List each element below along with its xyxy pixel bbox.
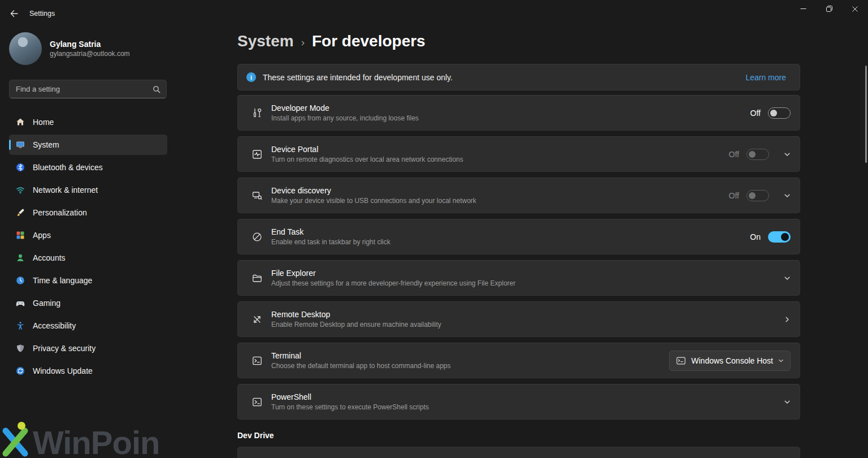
search-icon [153,85,160,93]
sidebar-item-personalization[interactable]: Personalization [9,202,167,223]
device-discovery-toggle[interactable] [747,190,769,201]
sidebar-item-gaming[interactable]: Gaming [9,293,167,313]
section-dev-drive: Dev Drive [237,431,274,440]
card-subtitle: Make your device visible to USB connecti… [271,197,476,205]
user-email: gylangsatria@outlook.com [50,50,130,58]
card-file-explorer[interactable]: File Explorer Adjust these settings for … [237,260,800,296]
card-subtitle: Enable Remote Desktop and ensure machine… [271,321,441,329]
accounts-icon [16,253,25,262]
sidebar-item-privacy-security[interactable]: Privacy & security [9,338,167,358]
card-title: File Explorer [271,269,515,278]
sidebar-item-label: Home [33,118,54,127]
card-text: PowerShell Turn on these settings to exe… [271,392,429,411]
back-button[interactable] [6,5,23,22]
chevron-down-icon[interactable] [784,192,791,199]
toggle-knob [749,192,756,199]
time-language-icon [16,276,25,285]
info-banner: i These settings are intended for develo… [237,64,800,90]
winpoin-watermark-text: WinPoin [33,426,159,458]
sidebar-item-bluetooth-devices[interactable]: Bluetooth & devices [9,157,167,178]
sidebar-item-network-internet[interactable]: Network & internet [9,180,167,200]
card-terminal: Terminal Choose the default terminal app… [237,343,800,378]
card-title: Device Portal [271,145,463,154]
personalization-icon [16,208,25,217]
card-text: Developer Mode Install apps from any sou… [271,103,419,122]
info-icon: i [246,72,256,82]
accessibility-icon [16,321,25,330]
close-button[interactable] [842,0,868,18]
chevron-down-icon [778,358,784,364]
search-box[interactable] [9,80,167,98]
sidebar-item-label: System [33,140,59,149]
card-subtitle: Adjust these settings for a more develop… [271,279,515,287]
sidebar-item-windows-update[interactable]: Windows Update [9,361,167,381]
device-portal-toggle[interactable] [747,149,769,160]
window-controls [790,0,868,18]
sidebar-item-apps[interactable]: Apps [9,225,167,245]
home-icon [16,118,25,127]
user-info: Gylang Satria gylangsatria@outlook.com [50,40,130,58]
end-task-icon [251,231,263,243]
winpoin-logo-icon [0,418,37,458]
card-title: Remote Desktop [271,310,441,319]
toggle-knob [770,110,777,116]
windows-update-icon [16,366,25,375]
card-powershell[interactable]: PowerShell Turn on these settings to exe… [237,384,800,420]
restore-button[interactable] [816,0,842,18]
breadcrumb-separator-icon: › [301,36,305,49]
breadcrumb: System › For developers [237,32,426,50]
sidebar-item-label: Accounts [33,253,66,262]
device-discovery-toggle-group: Off [729,190,769,201]
sidebar-item-label: Network & internet [33,185,98,195]
toggle-knob [781,233,789,241]
end-task-toggle-group: On [750,231,791,243]
developer-mode-toggle-group: Off [750,107,791,119]
sidebar-item-accounts[interactable]: Accounts [9,248,167,268]
chevron-right-icon[interactable] [784,316,791,323]
sidebar-item-accessibility[interactable]: Accessibility [9,316,167,336]
toggle-state-label: Off [750,109,761,118]
card-device-portal[interactable]: Device Portal Turn on remote diagnostics… [237,136,800,172]
toggle-state-label: Off [729,150,739,159]
chevron-down-icon[interactable] [784,275,791,282]
card-end-task: End Task Enable end task in taskbar by r… [237,219,800,254]
sidebar-item-label: Time & language [33,276,92,285]
chevron-down-icon[interactable] [784,399,791,405]
terminal-app-dropdown[interactable]: Windows Console Host [669,351,791,371]
sidebar-item-home[interactable]: Home [9,112,167,132]
end-task-toggle[interactable] [768,231,791,243]
sidebar-item-time-language[interactable]: Time & language [9,270,167,291]
winpoin-watermark: WinPoin [0,418,159,458]
card-title: Terminal [271,351,451,360]
sidebar-item-system[interactable]: System [9,135,167,155]
remote-desktop-icon [251,314,263,325]
search-input[interactable] [10,85,153,93]
developer-mode-toggle[interactable] [768,107,791,119]
sidebar-item-label: Gaming [33,299,60,308]
developer-mode-icon [251,107,263,119]
apps-icon [16,231,25,240]
breadcrumb-parent[interactable]: System [237,32,294,50]
network-icon [16,185,25,195]
system-icon [16,140,25,149]
card-subtitle: Install apps from any source, including … [271,114,419,122]
card-device-discovery[interactable]: Device discovery Make your device visibl… [237,178,800,213]
card-developer-mode: Developer Mode Install apps from any sou… [237,95,800,131]
sidebar-item-label: Accessibility [33,321,76,330]
card-subtitle: Turn on these settings to execute PowerS… [271,403,429,411]
device-portal-toggle-group: Off [729,149,769,160]
card-text: Device Portal Turn on remote diagnostics… [271,145,463,163]
card-subtitle: Choose the default terminal app to host … [271,362,451,370]
chevron-down-icon[interactable] [784,151,791,158]
privacy-security-icon [16,344,25,353]
card-remote-desktop[interactable]: Remote Desktop Enable Remote Desktop and… [237,301,800,337]
user-profile[interactable]: Gylang Satria gylangsatria@outlook.com [9,32,130,65]
card-subtitle: Enable end task in taskbar by right clic… [271,238,390,246]
card-title: End Task [271,227,390,236]
toggle-state-label: Off [729,191,739,200]
scrollbar-thumb[interactable] [865,66,867,163]
card-text: File Explorer Adjust these settings for … [271,269,515,287]
user-name: Gylang Satria [50,40,130,49]
card-subtitle: Turn on remote diagnostics over local ar… [271,155,463,163]
learn-more-link[interactable]: Learn more [745,73,786,82]
